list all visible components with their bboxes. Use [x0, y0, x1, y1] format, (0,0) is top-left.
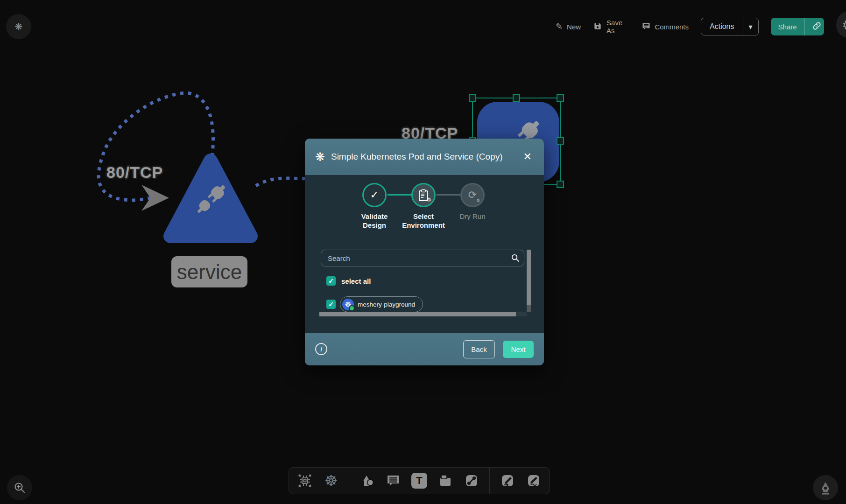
horizontal-scrollbar[interactable] — [319, 312, 527, 316]
settings-button[interactable]: ⚙ — [836, 12, 846, 38]
deploy-modal: ❋ Simple Kubernetes Pod and Service (Cop… — [305, 139, 544, 365]
chevron-down-icon: ▾ — [749, 22, 753, 31]
image-tool-button[interactable] — [437, 472, 454, 489]
text-icon: T — [416, 475, 422, 487]
environment-chip[interactable]: ☸ meshery-playground — [340, 296, 423, 312]
environment-search — [321, 250, 524, 266]
meshery-logo-icon: ❋ — [315, 150, 325, 164]
freehand-draw-tool-button[interactable] — [525, 472, 542, 489]
zoom-in-button[interactable] — [7, 475, 32, 500]
scrollbar-thumb[interactable] — [527, 250, 531, 305]
shapes-icon — [360, 473, 374, 488]
select-all-row: ✓ select all — [326, 276, 371, 286]
kubernetes-badge: ☸ — [342, 299, 354, 310]
share-split-button: Share — [771, 18, 824, 35]
text-tool-button[interactable]: T — [411, 472, 428, 489]
scrollbar-thumb[interactable] — [319, 312, 516, 316]
next-button[interactable]: Next — [503, 341, 534, 358]
environment-item-row: ✓ ☸ meshery-playground — [326, 296, 423, 312]
link-icon — [812, 21, 821, 32]
service-node-label: service — [171, 256, 247, 287]
connection-status-dot — [349, 305, 355, 311]
vertical-scrollbar[interactable] — [527, 250, 531, 312]
actions-split-button: Actions ▾ — [701, 18, 759, 35]
scrollbar-corner — [527, 305, 531, 312]
pen-arrow-icon — [500, 473, 515, 488]
gear-icon: ⚙ — [426, 196, 431, 203]
new-label: New — [567, 23, 581, 31]
kubernetes-icon: ☸ — [324, 472, 338, 490]
comments-button[interactable]: Comments — [642, 21, 689, 32]
environment-name: meshery-playground — [358, 301, 415, 308]
save-as-button[interactable]: Save As — [593, 19, 629, 35]
step-label-dry-run: Dry Run — [456, 212, 489, 221]
share-button[interactable]: Share — [771, 18, 804, 35]
step-label-validate-design: Validate Design — [358, 212, 391, 230]
dotted-link-icon — [464, 473, 479, 488]
circuit-icon — [297, 473, 312, 488]
check-icon: ✓ — [328, 277, 334, 285]
step-connector — [437, 194, 461, 196]
top-toolbar: ✎ New Save As Comments Actions ▾ Share — [556, 13, 846, 40]
info-icon[interactable]: i — [315, 343, 327, 355]
actions-dropdown-button[interactable]: ▾ — [743, 18, 758, 35]
pen-nib-icon — [818, 480, 833, 495]
new-button[interactable]: ✎ New — [556, 21, 581, 32]
toolbar-divider — [349, 468, 349, 494]
select-all-label: select all — [341, 277, 371, 285]
app-menu-button[interactable]: ❋ — [6, 14, 31, 39]
modal-header: ❋ Simple Kubernetes Pod and Service (Cop… — [305, 139, 544, 175]
close-icon[interactable]: ✕ — [522, 149, 534, 165]
edge-style-tool-button[interactable] — [463, 472, 480, 489]
draw-edge-tool-button[interactable] — [499, 472, 516, 489]
back-button[interactable]: Back — [463, 340, 495, 358]
pen-mode-button[interactable] — [813, 475, 838, 500]
meshery-flower-icon: ❋ — [15, 21, 23, 32]
shapes-tool-button[interactable] — [359, 472, 375, 489]
toolbar-divider — [489, 468, 490, 494]
image-icon — [438, 473, 453, 488]
environment-checkbox[interactable]: ✓ — [326, 300, 336, 309]
step-validate-design: ✓ — [362, 183, 387, 207]
save-as-label: Save As — [606, 19, 629, 35]
modal-title: Simple Kubernetes Pod and Service (Copy) — [331, 152, 522, 162]
gear-icon: ⚙ — [476, 198, 480, 203]
pencil-icon: ✎ — [556, 21, 563, 32]
actions-button[interactable]: Actions — [701, 18, 742, 35]
check-icon: ✓ — [370, 189, 379, 201]
edge-port-label: 80/TCP — [106, 163, 163, 182]
floppy-icon — [593, 21, 602, 32]
modal-footer: i Back Next — [305, 333, 544, 365]
check-icon: ✓ — [328, 301, 334, 308]
step-dry-run: ⟳ ⚙ — [460, 183, 485, 207]
components-tool-button[interactable] — [296, 472, 313, 489]
kubernetes-tool-button[interactable]: ☸ — [323, 472, 339, 489]
comment-icon — [642, 21, 651, 32]
canvas-toolbar: ☸ T — [289, 467, 550, 494]
gear-icon: ⚙ — [842, 17, 846, 33]
select-all-checkbox[interactable]: ✓ — [326, 276, 336, 286]
step-connector — [388, 194, 412, 196]
comments-label: Comments — [655, 23, 689, 31]
zoom-in-icon — [13, 481, 27, 495]
comment-icon — [386, 473, 401, 488]
pencil-scribble-icon — [526, 473, 541, 488]
sync-icon: ⟳ — [468, 189, 477, 201]
search-input[interactable] — [321, 250, 524, 266]
search-icon — [511, 253, 520, 264]
comment-tool-button[interactable] — [385, 472, 402, 489]
step-select-environment: ⚙ — [411, 183, 436, 207]
share-link-button[interactable] — [804, 18, 824, 35]
meshery-design-canvas-page: 80/TCP 80/TCP service ❋ ✎ New Save As Co… — [0, 0, 846, 504]
step-label-select-environment: Select Environment — [400, 212, 447, 230]
